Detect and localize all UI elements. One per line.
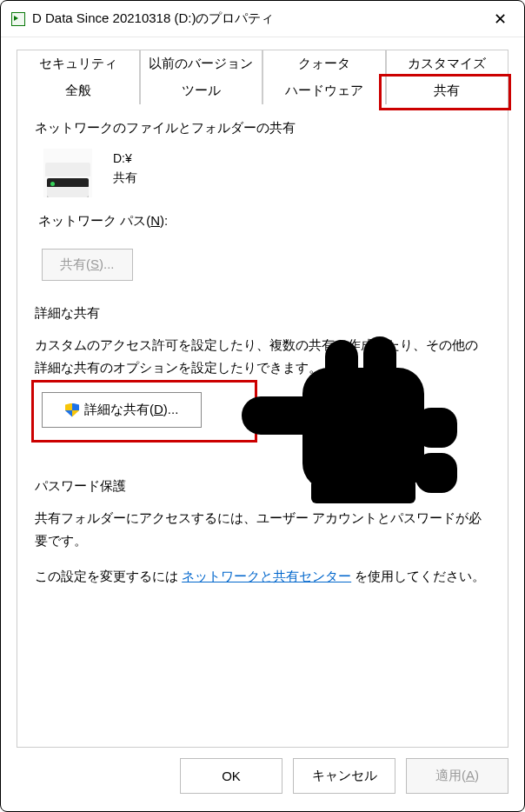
share-status: 共有 <box>113 168 137 187</box>
close-button[interactable]: ✕ <box>486 1 514 37</box>
tab-quota[interactable]: クォータ <box>262 50 386 77</box>
app-icon <box>11 12 25 26</box>
network-path-label: ネットワーク パス(N): <box>38 213 490 230</box>
uac-shield-icon <box>65 403 79 417</box>
share-button: 共有(S)... <box>42 249 133 281</box>
tab-tools[interactable]: ツール <box>140 77 263 104</box>
titlebar: D Data Since 20210318 (D:)のプロパティ ✕ <box>1 1 524 37</box>
password-protection-group: パスワード保護 共有フォルダーにアクセスするには、ユーザー アカウントとパスワー… <box>35 478 490 588</box>
password-protection-title: パスワード保護 <box>35 478 490 495</box>
tab-general[interactable]: 全般 <box>17 77 140 104</box>
network-sharing-center-link[interactable]: ネットワークと共有センター <box>182 569 351 583</box>
tab-security[interactable]: セキュリティ <box>17 50 140 77</box>
dialog-footer: OK キャンセル 適用(A) <box>1 746 524 811</box>
network-share-title: ネットワークのファイルとフォルダーの共有 <box>35 120 490 136</box>
svg-rect-1 <box>302 368 424 489</box>
advanced-share-button[interactable]: 詳細な共有(D)... <box>42 392 202 428</box>
tab-sharing[interactable]: 共有 <box>386 77 509 104</box>
network-share-group: ネットワークのファイルとフォルダーの共有 D:¥ 共有 ネットワーク パス(N)… <box>35 120 490 281</box>
sharing-panel: ネットワークのファイルとフォルダーの共有 D:¥ 共有 ネットワーク パス(N)… <box>17 104 508 748</box>
advanced-share-title: 詳細な共有 <box>35 305 490 322</box>
window-title: D Data Since 20210318 (D:)のプロパティ <box>32 10 486 27</box>
cancel-button[interactable]: キャンセル <box>293 758 395 794</box>
apply-button: 適用(A) <box>406 758 508 794</box>
password-protection-line2: この設定を変更するには ネットワークと共有センター を使用してください。 <box>35 565 490 588</box>
tab-previous-versions[interactable]: 以前のバージョン <box>140 50 263 77</box>
advanced-share-desc: カスタムのアクセス許可を設定したり、複数の共有を作成したり、その他の詳細な共有の… <box>35 334 490 378</box>
svg-rect-4 <box>415 408 457 448</box>
tab-customize[interactable]: カスタマイズ <box>386 50 509 77</box>
ok-button[interactable]: OK <box>180 758 282 794</box>
password-protection-line1: 共有フォルダーにアクセスするには、ユーザー アカウントとパスワードが必要です。 <box>35 507 490 551</box>
tab-hardware[interactable]: ハードウェア <box>262 77 386 104</box>
svg-rect-0 <box>242 396 333 435</box>
advanced-share-group: 詳細な共有 カスタムのアクセス許可を設定したり、複数の共有を作成したり、その他の… <box>35 305 490 428</box>
drive-path: D:¥ <box>113 149 137 168</box>
drive-icon <box>43 149 92 197</box>
advanced-share-button-label: 詳細な共有(D)... <box>84 402 178 418</box>
tab-strip: セキュリティ 以前のバージョン クォータ カスタマイズ 全般 ツール ハードウェ… <box>17 50 508 104</box>
drive-info: D:¥ 共有 <box>113 149 137 188</box>
